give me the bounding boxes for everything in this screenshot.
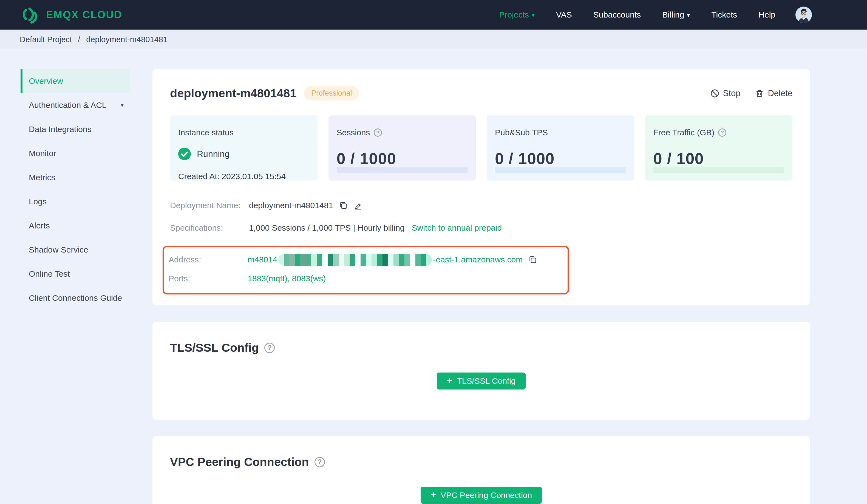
pubsub-tps-card: Pub&Sub TPS 0 / 1000 xyxy=(487,115,634,180)
sidebar-item-client-connections-guide[interactable]: Client Connections Guide xyxy=(21,286,130,310)
trash-icon xyxy=(754,88,764,98)
sessions-progress-bar xyxy=(337,167,468,173)
sidebar-item-online-test[interactable]: Online Test xyxy=(21,262,130,286)
brand-name: EMQX CLOUD xyxy=(46,9,122,21)
created-at: Created At: 2023.01.05 15:54 xyxy=(178,172,309,181)
pubsub-tps-value: 0 / 1000 xyxy=(495,149,626,168)
edit-icon[interactable] xyxy=(353,201,363,210)
emqx-logo-icon xyxy=(20,5,40,25)
stop-icon xyxy=(710,88,720,98)
deployment-name-row: Deployment Name: deployment-m4801481 xyxy=(170,201,792,210)
address-suffix: -east-1.amazonaws.com xyxy=(433,255,523,264)
top-menu: Projects▾VASSubaccountsBilling▾TicketsHe… xyxy=(499,10,775,20)
address-label: Address: xyxy=(169,255,248,264)
help-icon[interactable]: ? xyxy=(374,129,382,137)
sidebar-item-metrics[interactable]: Metrics xyxy=(21,165,130,189)
user-avatar[interactable] xyxy=(795,6,812,23)
free-traffic-progress-bar xyxy=(653,167,784,173)
ports-value: 1883(mqtt), 8083(ws) xyxy=(248,274,326,283)
sidebar-item-overview[interactable]: Overview xyxy=(21,69,130,93)
breadcrumb-project[interactable]: Default Project xyxy=(20,35,72,44)
deployment-name-value: deployment-m4801481 xyxy=(249,201,333,210)
sidebar-item-authentication-acl[interactable]: Authentication & ACL▾ xyxy=(21,93,130,117)
address-highlight-box: Address: m48014 -east-1.amazonaws.com xyxy=(163,246,569,294)
ports-label: Ports: xyxy=(169,274,248,283)
nav-item-vas[interactable]: VAS xyxy=(556,10,572,20)
breadcrumb-deployment: deployment-m4801481 xyxy=(86,35,168,44)
add-vpc-peering-button[interactable]: + VPC Peering Connection xyxy=(421,487,542,504)
copy-icon[interactable] xyxy=(339,201,348,210)
deployment-name-label: Deployment Name: xyxy=(170,201,249,210)
help-icon[interactable]: ? xyxy=(314,457,325,467)
nav-item-subaccounts[interactable]: Subaccounts xyxy=(593,10,641,20)
plan-badge: Professional xyxy=(304,86,359,100)
deployment-overview-card: deployment-m4801481 Professional Stop xyxy=(152,69,810,305)
tls-ssl-title: TLS/SSL Config xyxy=(170,341,259,354)
specifications-value: 1,000 Sessions / 1,000 TPS | Hourly bill… xyxy=(249,223,405,232)
sessions-card: Sessions ? 0 / 1000 xyxy=(329,115,476,180)
plus-icon: + xyxy=(430,490,436,500)
sidebar-item-data-integrations[interactable]: Data Integrations xyxy=(21,117,130,141)
pubsub-tps-label: Pub&Sub TPS xyxy=(495,128,548,137)
instance-status-label: Instance status xyxy=(178,128,234,137)
pubsub-tps-progress-bar xyxy=(495,167,626,173)
running-check-icon xyxy=(178,147,191,160)
address-row: Address: m48014 -east-1.amazonaws.com xyxy=(169,254,568,266)
plus-icon: + xyxy=(447,375,452,385)
breadcrumb: Default Project / deployment-m4801481 xyxy=(0,30,867,49)
nav-item-tickets[interactable]: Tickets xyxy=(711,10,737,20)
instance-status-value: Running xyxy=(197,149,229,159)
copy-icon[interactable] xyxy=(528,255,537,264)
vpc-peering-card: VPC Peering Connection ? + VPC Peering C… xyxy=(152,436,810,504)
nav-item-billing[interactable]: Billing▾ xyxy=(662,10,690,20)
sidebar-item-alerts[interactable]: Alerts xyxy=(21,213,130,238)
sidebar-item-monitor[interactable]: Monitor xyxy=(21,141,130,165)
sessions-label: Sessions xyxy=(337,128,370,137)
address-prefix: m48014 xyxy=(248,255,277,264)
add-tls-ssl-config-button[interactable]: + TLS/SSL Config xyxy=(437,373,525,390)
stop-button[interactable]: Stop xyxy=(710,88,741,98)
sidebar-item-shadow-service[interactable]: Shadow Service xyxy=(21,238,130,262)
free-traffic-label: Free Traffic (GB) xyxy=(653,128,715,137)
nav-item-help[interactable]: Help xyxy=(758,10,775,20)
tls-ssl-card: TLS/SSL Config ? + TLS/SSL Config xyxy=(152,322,810,420)
vpc-peering-title: VPC Peering Connection xyxy=(170,455,309,469)
emqx-cloud-logo[interactable]: EMQX CLOUD xyxy=(20,5,122,25)
help-icon[interactable]: ? xyxy=(264,343,275,353)
sidebar: OverviewAuthentication & ACL▾Data Integr… xyxy=(21,69,130,310)
sessions-value: 0 / 1000 xyxy=(337,149,468,168)
help-icon[interactable]: ? xyxy=(718,129,726,137)
caret-down-icon: ▾ xyxy=(121,102,124,109)
deployment-title: deployment-m4801481 xyxy=(170,87,297,100)
top-navbar: EMQX CLOUD Projects▾VASSubaccountsBillin… xyxy=(0,0,867,30)
ports-row: Ports: 1883(mqtt), 8083(ws) xyxy=(169,274,568,283)
switch-annual-prepaid-link[interactable]: Switch to annual prepaid xyxy=(412,223,502,232)
caret-down-icon: ▾ xyxy=(687,12,690,18)
delete-button[interactable]: Delete xyxy=(754,88,792,98)
specifications-row: Specifications: 1,000 Sessions / 1,000 T… xyxy=(170,223,792,232)
free-traffic-value: 0 / 100 xyxy=(653,149,784,168)
nav-item-projects[interactable]: Projects▾ xyxy=(499,10,535,20)
specifications-label: Specifications: xyxy=(170,223,249,232)
caret-down-icon: ▾ xyxy=(532,12,535,18)
sidebar-item-logs[interactable]: Logs xyxy=(21,189,130,213)
breadcrumb-separator: / xyxy=(78,35,80,44)
free-traffic-card: Free Traffic (GB) ? 0 / 100 xyxy=(645,115,793,180)
instance-status-card: Instance status Running Created At: 2023… xyxy=(170,115,318,180)
address-redacted xyxy=(278,254,432,266)
